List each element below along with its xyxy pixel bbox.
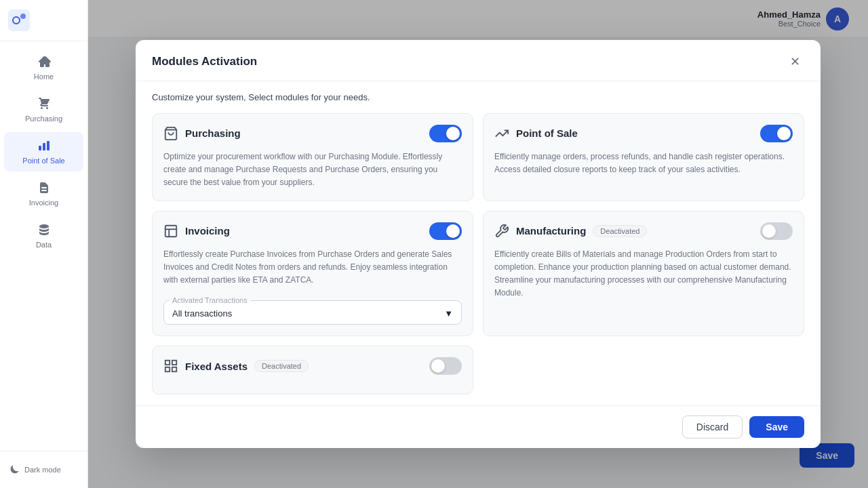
modules-activation-modal: Modules Activation ✕ Customize your syst… — [136, 40, 821, 448]
dark-mode-label: Dark mode — [24, 466, 61, 474]
dropdown-value: All transactions — [172, 308, 232, 319]
svg-rect-8 — [172, 361, 176, 365]
purchasing-toggle[interactable] — [429, 125, 462, 142]
shopping-icon — [37, 97, 51, 112]
sidebar-item-label: Data — [36, 241, 52, 249]
modal-overlay: Modules Activation ✕ Customize your syst… — [88, 0, 868, 488]
module-name: Point of Sale — [516, 127, 578, 139]
svg-point-2 — [20, 14, 26, 19]
chart-icon — [37, 139, 51, 154]
sidebar-item-purchasing[interactable]: Purchasing — [4, 90, 83, 129]
modal-subtitle: Customize your system, Select modules fo… — [152, 92, 804, 102]
module-description: Efficiently create Bills of Materials an… — [494, 248, 793, 300]
module-name: Manufacturing — [516, 225, 586, 237]
trend-icon — [494, 126, 509, 141]
svg-rect-9 — [165, 367, 170, 371]
module-title-group: Invoicing — [163, 224, 230, 239]
module-title-group: Point of Sale — [494, 126, 578, 141]
modal-header: Modules Activation ✕ — [136, 40, 821, 81]
module-description: Optimize your procurement workflow with … — [163, 150, 462, 190]
deactivated-badge: Deactivated — [593, 225, 647, 237]
module-card-fixed-assets: Fixed Assets Deactivated — [152, 346, 473, 394]
module-description: Effortlessly create Purchase Invoices fr… — [163, 248, 462, 287]
module-card-invoicing: Invoicing Effortlessly create Purchase I… — [152, 211, 473, 337]
sidebar-item-pos[interactable]: Point of Sale — [4, 132, 83, 171]
invoice-icon — [163, 224, 178, 239]
sidebar-item-label: Point of Sale — [22, 157, 64, 165]
module-header: Manufacturing Deactivated — [494, 222, 793, 240]
module-title-group: Manufacturing Deactivated — [494, 224, 647, 239]
manufacturing-toggle[interactable] — [760, 222, 793, 240]
discard-button[interactable]: Discard — [682, 415, 743, 439]
modules-grid: Purchasing Optimize your procurement wor… — [152, 113, 804, 394]
moon-icon — [9, 464, 20, 476]
module-header: Point of Sale — [494, 125, 793, 142]
module-header: Invoicing — [163, 222, 462, 240]
module-card-pos: Point of Sale Efficiently manage orders,… — [483, 113, 804, 201]
dropdown-fieldset: Activated Transactions All transactions … — [163, 296, 462, 325]
sidebar-item-label: Purchasing — [25, 115, 62, 123]
module-card-purchasing: Purchasing Optimize your procurement wor… — [152, 113, 473, 201]
home-icon — [37, 55, 51, 70]
sidebar-nav: Home Purchasing Point of Sale Invoicing — [0, 41, 87, 451]
pos-toggle[interactable] — [760, 125, 793, 142]
module-header: Fixed Assets Deactivated — [163, 357, 462, 375]
dark-mode-toggle[interactable]: Dark mode — [4, 458, 83, 481]
svg-rect-10 — [172, 367, 176, 371]
svg-rect-4 — [165, 225, 177, 237]
data-icon — [37, 223, 51, 238]
sidebar-item-home[interactable]: Home — [4, 48, 83, 87]
modal-title: Modules Activation — [152, 55, 257, 68]
module-description: Efficiently manage orders, process refun… — [494, 150, 793, 176]
module-card-manufacturing: Manufacturing Deactivated Efficiently cr… — [483, 211, 804, 337]
logo — [0, 0, 87, 41]
module-name: Purchasing — [185, 127, 241, 139]
module-header: Purchasing — [163, 125, 462, 142]
edara-logo — [8, 9, 30, 31]
dropdown-select[interactable]: All transactions ▼ — [164, 304, 461, 324]
modal-body[interactable]: Customize your system, Select modules fo… — [136, 81, 821, 405]
chevron-down-icon: ▼ — [444, 308, 453, 319]
deactivated-badge: Deactivated — [254, 360, 309, 372]
dropdown-legend: Activated Transactions — [170, 296, 250, 304]
module-title-group: Purchasing — [163, 126, 241, 141]
wrench-icon — [494, 224, 509, 239]
module-title-group: Fixed Assets Deactivated — [163, 359, 309, 373]
module-name: Invoicing — [185, 225, 230, 237]
sidebar-item-label: Home — [34, 73, 54, 81]
activated-transactions-dropdown: Activated Transactions All transactions … — [163, 296, 462, 325]
modal-footer: Discard Save — [136, 405, 821, 448]
cart-icon — [163, 126, 178, 141]
invoicing-toggle[interactable] — [429, 222, 462, 240]
fixed-assets-toggle[interactable] — [429, 357, 462, 375]
sidebar-item-invoicing[interactable]: Invoicing — [4, 174, 83, 214]
sidebar: Home Purchasing Point of Sale Invoicing — [0, 0, 88, 488]
grid-icon — [163, 359, 178, 373]
invoice-icon — [37, 181, 51, 196]
save-button[interactable]: Save — [749, 416, 804, 438]
svg-rect-7 — [165, 361, 170, 365]
modal-close-button[interactable]: ✕ — [785, 52, 804, 71]
sidebar-item-label: Invoicing — [29, 199, 58, 207]
sidebar-bottom: Dark mode — [0, 451, 87, 488]
module-name: Fixed Assets — [185, 361, 248, 372]
sidebar-item-data[interactable]: Data — [4, 216, 83, 256]
